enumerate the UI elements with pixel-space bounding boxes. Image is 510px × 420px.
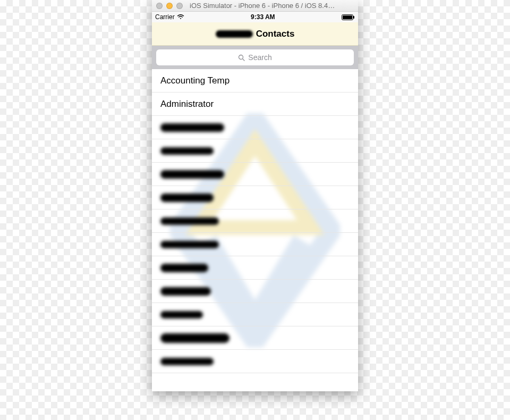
traffic-lights: [156, 3, 183, 9]
svg-rect-2: [353, 16, 354, 19]
redacted-contact-name: [160, 358, 214, 365]
nav-title-text: Contacts: [256, 29, 295, 39]
contact-row[interactable]: Administrator: [152, 93, 358, 116]
contact-row[interactable]: [152, 280, 358, 303]
redacted-contact-name: [160, 170, 224, 179]
contact-name: Administrator: [160, 99, 214, 110]
contact-row[interactable]: [152, 163, 358, 186]
carrier-label: Carrier: [155, 13, 175, 21]
contact-row[interactable]: [152, 350, 358, 373]
navigation-bar: Contacts: [152, 22, 358, 46]
redacted-contact-name: [160, 217, 219, 225]
svg-line-4: [243, 58, 245, 61]
window-title: iOS Simulator - iPhone 6 - iPhone 6 / iO…: [186, 2, 354, 10]
simulator-window: iOS Simulator - iPhone 6 - iPhone 6 / iO…: [152, 0, 358, 391]
contact-row[interactable]: [152, 326, 358, 350]
contact-row[interactable]: [152, 256, 358, 280]
redacted-contact-name: [160, 123, 224, 132]
contact-row[interactable]: [152, 233, 358, 256]
redacted-contact-name: [160, 264, 208, 272]
contact-row[interactable]: [152, 303, 358, 326]
redacted-contact-name: [160, 287, 211, 296]
svg-rect-1: [343, 15, 352, 19]
search-icon: [238, 54, 245, 61]
battery-icon: [342, 14, 355, 20]
redacted-contact-name: [160, 311, 203, 318]
contact-row[interactable]: [152, 139, 358, 163]
contact-list[interactable]: Accounting TempAdministrator: [152, 69, 358, 391]
macos-titlebar: iOS Simulator - iPhone 6 - iPhone 6 / iO…: [152, 0, 358, 12]
redacted-contact-name: [160, 333, 230, 343]
search-bar: Search: [152, 46, 358, 69]
contact-row[interactable]: Accounting Temp: [152, 69, 358, 93]
contact-name: Accounting Temp: [160, 75, 230, 86]
redacted-contact-name: [160, 194, 214, 202]
redacted-title-prefix: [216, 30, 253, 38]
wifi-icon: [177, 14, 184, 20]
page-title: Contacts: [216, 29, 295, 39]
ios-status-bar: Carrier 9:33 AM: [152, 12, 358, 22]
contact-row[interactable]: [152, 116, 358, 139]
status-time: 9:33 AM: [251, 13, 275, 21]
zoom-button[interactable]: [176, 3, 183, 9]
search-placeholder: Search: [248, 53, 271, 62]
contact-row[interactable]: [152, 209, 358, 233]
redacted-contact-name: [160, 241, 219, 248]
redacted-contact-name: [160, 147, 214, 155]
close-button[interactable]: [156, 3, 163, 9]
contact-row[interactable]: [152, 186, 358, 209]
minimize-button[interactable]: [166, 3, 173, 9]
search-input[interactable]: Search: [156, 49, 354, 65]
